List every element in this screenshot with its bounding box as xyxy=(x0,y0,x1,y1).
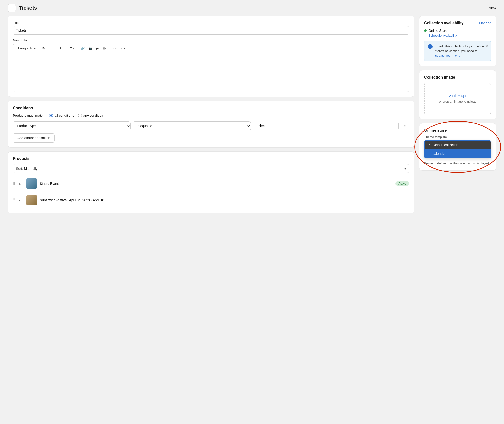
condition-operator-select[interactable]: is equal to xyxy=(133,121,251,130)
schedule-link[interactable]: Schedule availability xyxy=(429,34,457,37)
toolbar-divider-3 xyxy=(77,46,77,51)
info-icon: i xyxy=(428,44,433,49)
condition-value-input[interactable] xyxy=(253,122,399,130)
products-card: Products Sort: Manually ▾ ⠿ 1. Single Ev… xyxy=(8,151,414,213)
paragraph-select[interactable]: Paragraph xyxy=(15,45,37,51)
product-number: 2. xyxy=(19,198,23,202)
table-button[interactable]: ⊞▾ xyxy=(101,46,108,51)
availability-title: Collection availability xyxy=(424,21,464,25)
product-item: ⠿ 2. Sunflower Festival, April 04, 2023 … xyxy=(13,192,409,208)
availability-header: Collection availability Manage xyxy=(424,21,491,25)
text-color-button[interactable]: A▾ xyxy=(58,46,64,51)
condition-row: Product type is equal to ↕ xyxy=(13,121,409,130)
add-image-link[interactable]: Add image xyxy=(449,94,466,98)
dropdown-option-default[interactable]: ✓ Default collection xyxy=(425,141,491,149)
product-name: Single Event xyxy=(40,182,393,185)
condition-field-select[interactable]: Product type xyxy=(13,121,131,130)
bold-button[interactable]: B xyxy=(41,46,46,51)
title-input[interactable] xyxy=(13,26,409,35)
check-mark-placeholder xyxy=(428,152,431,155)
back-button[interactable]: ← xyxy=(8,4,16,12)
online-store-card: Online store Theme template ✓ Default co… xyxy=(419,123,496,171)
all-conditions-radio[interactable]: all conditions xyxy=(49,114,74,117)
online-store-title: Online store xyxy=(424,128,491,133)
product-list: ⠿ 1. Single Event Active ⠿ 2. Sunflower … xyxy=(13,175,409,208)
conditions-match-row: Products must match: all conditions any … xyxy=(13,114,409,117)
video-button[interactable]: ▶ xyxy=(95,46,100,51)
collection-image-card: Collection image Add image or drop an im… xyxy=(419,70,496,119)
add-condition-button[interactable]: Add another condition xyxy=(13,133,55,143)
online-status-dot xyxy=(424,29,427,32)
dropdown-option-calendar[interactable]: calendar xyxy=(425,149,491,158)
description-body[interactable] xyxy=(13,53,409,92)
theme-template-label: Theme template xyxy=(424,135,491,139)
any-condition-label: any condition xyxy=(83,114,103,117)
editor-toolbar: Paragraph B I U A▾ ☰▾ 🔗 📷 ▶ ⊞▾ xyxy=(13,44,409,53)
all-conditions-label: all conditions xyxy=(54,114,74,117)
view-button[interactable]: View xyxy=(489,6,496,10)
drag-handle-icon[interactable]: ⠿ xyxy=(13,198,16,203)
sort-value: Manually xyxy=(24,167,38,171)
description-editor: Paragraph B I U A▾ ☰▾ 🔗 📷 ▶ ⊞▾ xyxy=(13,44,409,92)
page-title: Tickets xyxy=(19,5,37,11)
toolbar-divider-2 xyxy=(66,46,66,51)
any-condition-radio[interactable]: any condition xyxy=(78,114,103,117)
align-button[interactable]: ☰▾ xyxy=(68,46,75,51)
theme-dropdown-wrapper: ✓ Default collection calendar xyxy=(424,140,491,158)
manage-link[interactable]: Manage xyxy=(479,21,491,25)
product-item: ⠿ 1. Single Event Active xyxy=(13,175,409,192)
sort-label: Sort: xyxy=(16,167,23,171)
product-thumbnail xyxy=(26,195,37,205)
info-text: To add this collection to your online st… xyxy=(435,44,488,58)
theme-dropdown[interactable]: ✓ Default collection calendar xyxy=(424,140,491,158)
image-button[interactable]: 📷 xyxy=(87,46,94,51)
sort-row[interactable]: Sort: Manually ▾ xyxy=(13,164,409,173)
italic-button[interactable]: I xyxy=(47,46,51,51)
calendar-option: calendar xyxy=(433,152,446,156)
title-description-card: Title Description Paragraph B I U A▾ xyxy=(8,16,414,97)
toolbar-divider-1 xyxy=(39,46,39,51)
products-title: Products xyxy=(13,157,409,161)
link-button[interactable]: 🔗 xyxy=(79,46,86,51)
image-upload-area[interactable]: Add image or drop an image to upload xyxy=(424,83,491,114)
default-collection-option: Default collection xyxy=(433,143,458,147)
more-button[interactable]: ••• xyxy=(112,46,118,51)
info-close-button[interactable]: ✕ xyxy=(485,43,489,48)
product-thumbnail xyxy=(26,178,37,189)
sort-arrow-icon: ▾ xyxy=(404,167,406,171)
description-label: Description xyxy=(13,39,409,42)
underline-button[interactable]: U xyxy=(52,46,57,51)
back-icon: ← xyxy=(10,6,14,10)
collection-image-title: Collection image xyxy=(424,75,491,80)
update-menu-link[interactable]: update your menu xyxy=(435,54,460,57)
match-label: Products must match: xyxy=(13,114,45,117)
product-number: 1. xyxy=(19,182,23,185)
conditions-card: Conditions Products must match: all cond… xyxy=(8,101,414,148)
online-store-label: Online Store xyxy=(429,29,447,33)
theme-description: theme to define how the collection is di… xyxy=(424,161,491,166)
info-banner: i To add this collection to your online … xyxy=(424,41,491,61)
condition-sort-button[interactable]: ↕ xyxy=(401,122,409,130)
drag-handle-icon[interactable]: ⠿ xyxy=(13,181,16,186)
code-button[interactable]: </> xyxy=(119,46,127,51)
status-badge: Active xyxy=(395,181,409,186)
toolbar-divider-4 xyxy=(110,46,110,51)
title-label: Title xyxy=(13,21,409,25)
online-store-row: Online Store xyxy=(424,29,491,33)
conditions-title: Conditions xyxy=(13,106,409,110)
product-name: Sunflower Festival, April 04, 2023 - Apr… xyxy=(40,198,409,202)
check-mark-icon: ✓ xyxy=(428,143,431,147)
collection-availability-card: Collection availability Manage Online St… xyxy=(419,16,496,66)
drop-text: or drop an image to upload xyxy=(439,100,476,103)
